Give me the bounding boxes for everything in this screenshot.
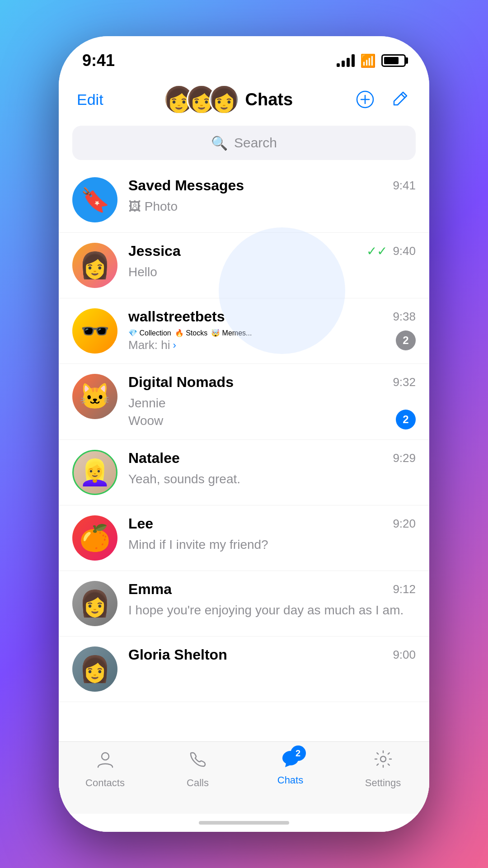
digital-nomads-preview: JennieWoow	[128, 394, 391, 429]
chat-item-jessica[interactable]: 👩 Jessica ✓✓ 9:40 Hello	[59, 233, 429, 298]
svg-point-4	[102, 753, 109, 760]
phone-frame: 9:41 📶 Edit 👩	[59, 36, 429, 832]
edit-button[interactable]: Edit	[77, 91, 103, 108]
svg-line-3	[401, 94, 405, 98]
natalee-time: 9:29	[393, 451, 416, 465]
mark-arrow-icon: ›	[173, 340, 176, 351]
jessica-content: Jessica ✓✓ 9:40 Hello	[128, 243, 416, 281]
tab-contacts[interactable]: Contacts	[59, 749, 151, 789]
story-avatar-3[interactable]: 👩	[209, 85, 239, 114]
lee-avatar: 🍊	[72, 515, 117, 561]
lee-name: Lee	[128, 515, 153, 532]
chats-badge: 2	[291, 745, 306, 761]
wifi-icon: 📶	[360, 53, 376, 68]
page-title: Chats	[245, 90, 293, 109]
digital-nomads-avatar: 🐱	[72, 374, 117, 419]
wallstreetbets-content: wallstreetbets 9:38 💎 Collection 🔥 Stock…	[128, 308, 416, 352]
search-icon: 🔍	[211, 135, 228, 151]
chat-list: 🔖 Saved Messages 9:41 🖼 Photo 👩	[59, 167, 429, 741]
chat-item-emma[interactable]: 👩 Emma 9:12 I hope you're enjoying your …	[59, 571, 429, 637]
jessica-avatar: 👩	[72, 243, 117, 288]
gloria-content: Gloria Shelton 9:00	[128, 646, 416, 667]
calls-icon	[188, 749, 208, 774]
chat-item-natalee[interactable]: 👱‍♀️ Natalee 9:29 Yeah, sounds great.	[59, 440, 429, 505]
chat-item-gloria-shelton[interactable]: 👩 Gloria Shelton 9:00	[59, 637, 429, 702]
digital-nomads-time: 9:32	[393, 375, 416, 389]
chat-item-wallstreetbets[interactable]: 🕶️ wallstreetbets 9:38 💎 Collection 🔥 St…	[59, 298, 429, 364]
wallstreetbets-avatar: 🕶️	[72, 308, 117, 354]
chat-item-lee[interactable]: 🍊 Lee 9:20 Mind if I invite my friend?	[59, 505, 429, 571]
natalee-content: Natalee 9:29 Yeah, sounds great.	[128, 450, 416, 488]
chats-label: Chats	[277, 774, 303, 786]
contacts-label: Contacts	[85, 777, 125, 789]
tab-bar: Contacts Calls 2 Chats	[59, 741, 429, 814]
nav-center: 👩 👩 👩 Chats	[164, 85, 293, 114]
saved-messages-preview: 🖼 Photo	[128, 198, 416, 215]
contacts-icon	[95, 749, 115, 774]
emma-preview: I hope you're enjoying your day as much …	[128, 601, 416, 619]
wallstreetbets-name: wallstreetbets	[128, 308, 225, 325]
digital-nomads-content: Digital Nomads 9:32 JennieWoow 2	[128, 374, 416, 429]
home-bar	[199, 821, 289, 825]
home-indicator	[59, 814, 429, 832]
digital-nomads-name: Digital Nomads	[128, 374, 234, 391]
signal-icon	[337, 54, 355, 67]
compose-button[interactable]	[388, 88, 411, 111]
wallstreetbets-time: 9:38	[393, 310, 416, 324]
saved-messages-name: Saved Messages	[128, 177, 244, 194]
saved-messages-avatar: 🔖	[72, 177, 117, 222]
search-placeholder: Search	[234, 135, 277, 151]
lee-time: 9:20	[393, 517, 416, 531]
nav-actions	[353, 88, 411, 111]
gloria-avatar: 👩	[72, 646, 117, 692]
digital-nomads-badge: 2	[396, 410, 416, 429]
battery-icon	[381, 54, 406, 67]
calls-label: Calls	[187, 777, 209, 789]
emma-time: 9:12	[393, 582, 416, 596]
natalee-name: Natalee	[128, 450, 180, 467]
emma-name: Emma	[128, 581, 172, 598]
gloria-name: Gloria Shelton	[128, 646, 227, 663]
search-bar[interactable]: 🔍 Search	[72, 126, 416, 160]
emma-content: Emma 9:12 I hope you're enjoying your da…	[128, 581, 416, 619]
search-bar-container: 🔍 Search	[59, 122, 429, 167]
nav-header: Edit 👩 👩 👩 Chats	[59, 77, 429, 122]
status-icons: 📶	[337, 53, 406, 68]
tab-chats[interactable]: 2 Chats	[244, 749, 337, 786]
add-chat-button[interactable]	[353, 88, 377, 111]
svg-point-5	[380, 756, 386, 762]
status-bar: 9:41 📶	[59, 36, 429, 77]
settings-label: Settings	[365, 777, 401, 789]
chat-item-saved-messages[interactable]: 🔖 Saved Messages 9:41 🖼 Photo	[59, 167, 429, 233]
status-time: 9:41	[82, 51, 115, 70]
jessica-name: Jessica	[128, 243, 181, 259]
emma-avatar: 👩	[72, 581, 117, 626]
saved-messages-content: Saved Messages 9:41 🖼 Photo	[128, 177, 416, 215]
tab-calls[interactable]: Calls	[151, 749, 244, 789]
lee-content: Lee 9:20 Mind if I invite my friend?	[128, 515, 416, 553]
lee-preview: Mind if I invite my friend?	[128, 536, 416, 553]
wallstreetbets-badge: 2	[396, 330, 416, 350]
phone-screen: 9:41 📶 Edit 👩	[59, 36, 429, 832]
gloria-time: 9:00	[393, 648, 416, 662]
chat-item-digital-nomads[interactable]: 🐱 Digital Nomads 9:32 JennieWoow 2	[59, 364, 429, 440]
wallstreetbets-mark: Mark: hi ›	[128, 338, 252, 352]
jessica-time: 9:40	[393, 244, 416, 258]
story-avatars[interactable]: 👩 👩 👩	[164, 85, 239, 114]
chats-icon-wrapper: 2	[281, 749, 300, 771]
natalee-avatar: 👱‍♀️	[72, 450, 117, 495]
tab-settings[interactable]: Settings	[337, 749, 429, 789]
jessica-preview: Hello	[128, 263, 416, 281]
wallstreetbets-tags: 💎 Collection 🔥 Stocks 🤯 Memes...	[128, 329, 252, 337]
natalee-preview: Yeah, sounds great.	[128, 470, 416, 488]
saved-messages-time: 9:41	[393, 179, 416, 193]
double-check-icon: ✓✓	[366, 244, 387, 259]
settings-icon	[373, 749, 393, 774]
